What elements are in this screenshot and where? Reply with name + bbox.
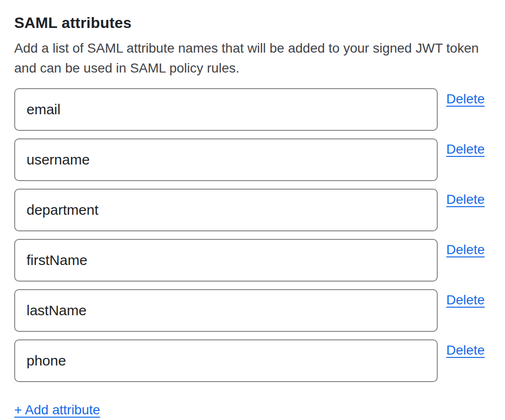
section-title: SAML attributes xyxy=(14,13,485,32)
attribute-input-lastname[interactable] xyxy=(14,289,438,332)
section-description-line-1: Add a list of SAML attribute names that … xyxy=(14,38,485,58)
section-description: Add a list of SAML attribute names that … xyxy=(14,38,485,78)
delete-attribute-link[interactable]: Delete xyxy=(446,192,485,208)
attribute-input-phone[interactable] xyxy=(14,339,438,382)
attribute-row: Delete xyxy=(14,339,485,382)
attribute-input-department[interactable] xyxy=(14,189,438,231)
attribute-row: Delete xyxy=(14,189,485,231)
delete-attribute-link[interactable]: Delete xyxy=(446,242,485,258)
attribute-list: Delete Delete Delete Delete Delete Delet… xyxy=(14,88,485,382)
attribute-input-firstname[interactable] xyxy=(14,239,438,282)
delete-attribute-link[interactable]: Delete xyxy=(446,141,485,157)
delete-attribute-link[interactable]: Delete xyxy=(446,292,485,308)
delete-attribute-link[interactable]: Delete xyxy=(446,342,485,358)
attribute-row: Delete xyxy=(14,239,485,282)
attribute-row: Delete xyxy=(14,138,485,181)
attribute-row: Delete xyxy=(14,289,485,332)
attribute-input-email[interactable] xyxy=(14,88,438,131)
saml-attributes-section: SAML attributes Add a list of SAML attri… xyxy=(0,0,505,418)
add-attribute-link[interactable]: + Add attribute xyxy=(14,402,100,418)
section-description-line-2: and can be used in SAML policy rules. xyxy=(14,58,485,78)
attribute-row: Delete xyxy=(14,88,485,131)
delete-attribute-link[interactable]: Delete xyxy=(446,91,485,107)
attribute-input-username[interactable] xyxy=(14,138,438,181)
